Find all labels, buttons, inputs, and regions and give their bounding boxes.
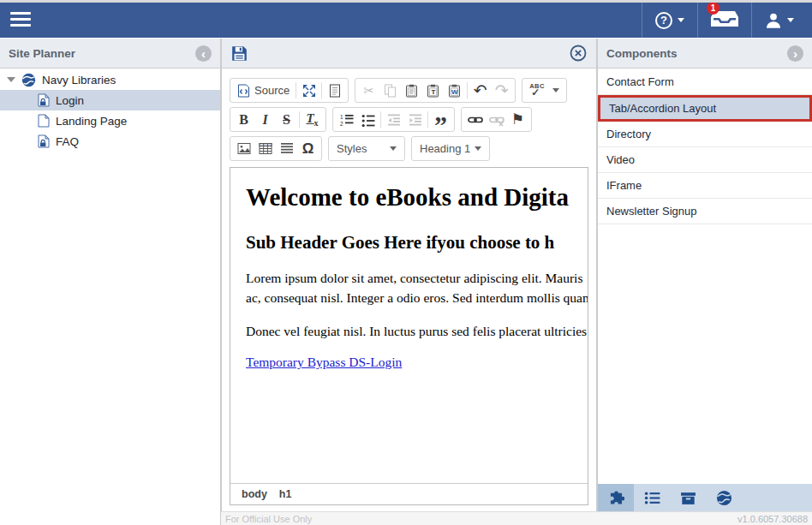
redo-icon: ↷ bbox=[495, 82, 509, 98]
help-icon: ? bbox=[655, 12, 672, 29]
close-editor-button[interactable] bbox=[570, 45, 587, 62]
cut-button[interactable]: ✂ bbox=[358, 80, 379, 101]
table-button[interactable] bbox=[254, 138, 276, 159]
tree-node-navy-libraries[interactable]: Navy Libraries bbox=[0, 69, 220, 90]
numbered-list-button[interactable]: 1 2 bbox=[336, 109, 357, 130]
scissors-icon: ✂ bbox=[363, 84, 374, 97]
redo-button[interactable]: ↷ bbox=[491, 80, 512, 101]
editable-content-area[interactable]: Welcome to eBooks and Digita Sub Header … bbox=[230, 168, 588, 483]
unlink-button[interactable] bbox=[486, 109, 507, 130]
italic-button[interactable]: I bbox=[254, 109, 276, 130]
help-menu-button[interactable]: ? bbox=[642, 3, 697, 38]
styles-dropdown-value: Styles bbox=[337, 142, 367, 155]
inbox-button[interactable]: 1 bbox=[698, 3, 751, 38]
maximize-button[interactable] bbox=[298, 80, 319, 101]
save-button[interactable] bbox=[231, 45, 248, 62]
remove-format-button[interactable]: Tx bbox=[302, 109, 323, 130]
component-item-directory[interactable]: Directory bbox=[598, 122, 812, 147]
path-element-body[interactable]: body bbox=[242, 488, 267, 500]
components-header: Components › bbox=[598, 39, 812, 69]
window-top-strip bbox=[0, 0, 812, 3]
tree-node-login[interactable]: Login bbox=[0, 90, 220, 110]
strikethrough-button[interactable]: S bbox=[276, 109, 297, 130]
styles-dropdown[interactable]: Styles bbox=[328, 136, 405, 161]
tree-node-label: Landing Page bbox=[56, 115, 127, 128]
numbered-list-icon: 1 2 bbox=[340, 113, 354, 127]
floppy-disk-icon bbox=[231, 45, 248, 62]
status-strip: For Official Use Only v1.0.6057.30688 bbox=[221, 511, 812, 525]
components-panel: Components › Contact Form Tab/Accordion … bbox=[597, 39, 812, 484]
link-button[interactable] bbox=[464, 109, 486, 130]
component-item-iframe[interactable]: IFrame bbox=[598, 173, 812, 199]
tab-globe[interactable] bbox=[706, 484, 742, 511]
toolbar-group-spellcheck: ABC ✓ bbox=[522, 78, 567, 103]
content-subheading: Sub Header Goes Here ifyou choose to h bbox=[246, 230, 588, 254]
editor-toolbar: Source bbox=[230, 78, 588, 165]
component-item-tab-accordion-layout[interactable]: Tab/Accordion Layout bbox=[598, 95, 812, 122]
anchor-flag-icon: ⚑ bbox=[511, 112, 524, 127]
bold-button[interactable]: B bbox=[233, 109, 254, 130]
panel-tab-bar bbox=[597, 484, 812, 511]
user-menu-button[interactable] bbox=[752, 3, 807, 38]
source-icon bbox=[237, 84, 250, 98]
image-icon bbox=[237, 142, 251, 155]
bold-icon: B bbox=[239, 112, 248, 128]
content-heading: Welcome to eBooks and Digita bbox=[246, 182, 588, 212]
spellcheck-icon: ABC ✓ bbox=[529, 83, 545, 98]
copy-button[interactable] bbox=[379, 80, 401, 101]
list-icon bbox=[644, 490, 660, 506]
editor-header bbox=[222, 39, 596, 69]
image-button[interactable] bbox=[233, 138, 254, 159]
tree-node-faq[interactable]: FAQ bbox=[0, 131, 220, 152]
outdent-icon bbox=[387, 113, 401, 127]
classification-label: For Official Use Only bbox=[225, 514, 312, 524]
paste-text-icon: T bbox=[427, 84, 439, 98]
outdent-button[interactable] bbox=[383, 109, 404, 130]
bypass-login-link[interactable]: Temporary Bypass DS-Login bbox=[246, 355, 402, 370]
top-navigation-bar: ? 1 bbox=[0, 0, 812, 38]
paste-from-word-button[interactable]: W bbox=[444, 80, 465, 101]
hamburger-menu-icon[interactable] bbox=[10, 12, 31, 27]
source-button[interactable]: Source bbox=[233, 80, 294, 101]
tab-archive[interactable] bbox=[670, 484, 706, 511]
chevron-down-icon bbox=[390, 146, 397, 151]
component-item-contact-form[interactable]: Contact Form bbox=[598, 69, 812, 95]
collapse-panel-button[interactable]: ‹ bbox=[195, 45, 212, 62]
indent-button[interactable] bbox=[404, 109, 426, 130]
format-dropdown[interactable]: Heading 1 bbox=[411, 136, 490, 161]
undo-button[interactable]: ↶ bbox=[469, 80, 491, 101]
bullet-list-button[interactable] bbox=[357, 109, 379, 130]
collapse-panel-button[interactable]: › bbox=[787, 45, 803, 62]
undo-icon: ↶ bbox=[474, 82, 487, 98]
path-element-h1[interactable]: h1 bbox=[279, 488, 292, 500]
spellcheck-button[interactable]: ABC ✓ bbox=[525, 80, 564, 101]
chevron-right-icon: › bbox=[793, 47, 797, 60]
anchor-button[interactable]: ⚑ bbox=[507, 109, 528, 130]
link-icon bbox=[468, 113, 483, 127]
special-char-button[interactable]: Ω bbox=[297, 138, 319, 159]
source-label: Source bbox=[254, 84, 290, 97]
globe-icon bbox=[716, 490, 732, 506]
paste-button[interactable] bbox=[401, 80, 422, 101]
horizontal-rule-icon bbox=[280, 142, 294, 155]
tree-expand-icon[interactable] bbox=[7, 77, 15, 82]
templates-button[interactable] bbox=[324, 80, 345, 101]
omega-icon: Ω bbox=[302, 141, 314, 156]
blockquote-button[interactable]: ” bbox=[430, 109, 451, 130]
component-item-video[interactable]: Video bbox=[598, 147, 812, 173]
remove-format-icon: Tx bbox=[306, 111, 318, 128]
tab-list[interactable] bbox=[634, 484, 670, 511]
application-window: ? 1 bbox=[0, 0, 812, 525]
svg-text:1: 1 bbox=[340, 113, 343, 119]
maximize-icon bbox=[302, 84, 316, 98]
unlink-icon bbox=[489, 113, 505, 127]
indent-icon bbox=[409, 113, 422, 127]
tab-components[interactable] bbox=[598, 484, 634, 511]
tree-node-landing-page[interactable]: Landing Page bbox=[0, 110, 220, 131]
template-document-icon bbox=[329, 84, 341, 98]
paste-as-text-button[interactable]: T bbox=[422, 80, 444, 101]
horizontal-rule-button[interactable] bbox=[276, 138, 297, 159]
archive-box-icon bbox=[680, 491, 696, 505]
component-item-newsletter-signup[interactable]: Newsletter Signup bbox=[598, 199, 812, 224]
locked-page-icon bbox=[38, 93, 50, 107]
